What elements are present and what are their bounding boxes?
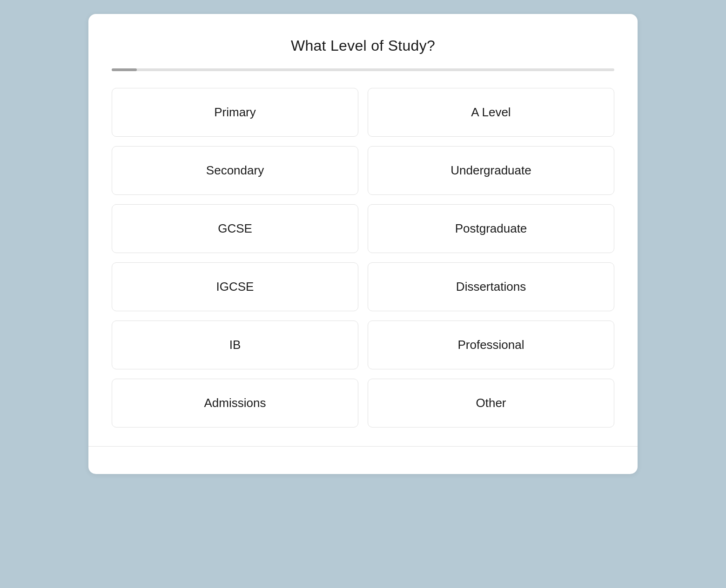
option-ib[interactable]: IB [112,321,358,369]
option-gcse[interactable]: GCSE [112,204,358,253]
main-card: What Level of Study? Primary A Level Sec… [88,14,638,474]
option-other[interactable]: Other [368,379,614,428]
option-primary[interactable]: Primary [112,88,358,137]
progress-bar-container [112,68,614,71]
option-professional[interactable]: Professional [368,321,614,369]
option-dissertations[interactable]: Dissertations [368,262,614,311]
option-undergraduate[interactable]: Undergraduate [368,146,614,195]
option-postgraduate[interactable]: Postgraduate [368,204,614,253]
page-title: What Level of Study? [112,37,614,54]
option-secondary[interactable]: Secondary [112,146,358,195]
options-grid: Primary A Level Secondary Undergraduate … [112,88,614,428]
option-a-level[interactable]: A Level [368,88,614,137]
footer-bar [88,446,638,474]
option-admissions[interactable]: Admissions [112,379,358,428]
option-igcse[interactable]: IGCSE [112,262,358,311]
progress-bar-fill [112,68,137,71]
